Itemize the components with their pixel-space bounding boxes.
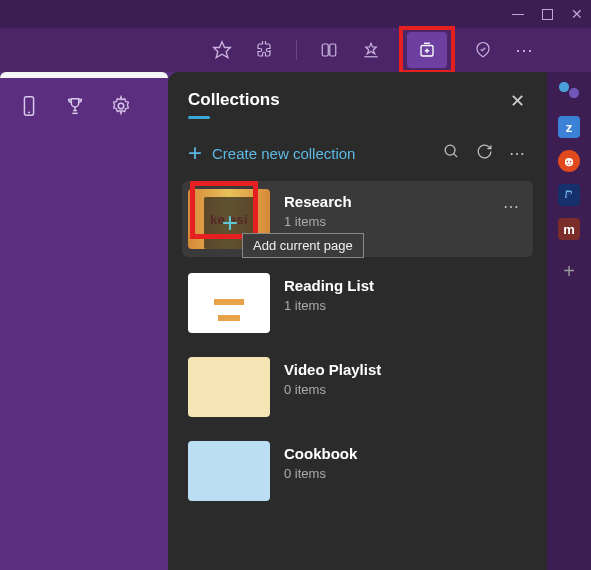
mobile-icon[interactable]: [18, 95, 40, 121]
split-screen-icon[interactable]: [315, 36, 343, 64]
create-collection-link[interactable]: + Create new collection: [188, 139, 355, 167]
more-options-icon[interactable]: ⋯: [509, 144, 527, 163]
panel-close-icon[interactable]: ✕: [510, 90, 525, 112]
collection-count: 1 items: [284, 298, 527, 313]
collection-item-cookbook[interactable]: Cookbook 0 items: [182, 433, 533, 509]
sidebar-app-m[interactable]: m: [558, 218, 580, 240]
collection-thumbnail: [188, 441, 270, 501]
collection-title: Reading List: [284, 277, 527, 294]
page-left-icons: [18, 95, 132, 121]
svg-point-14: [118, 103, 124, 109]
svg-rect-2: [330, 44, 336, 56]
collection-more-icon[interactable]: ⋯: [495, 193, 527, 220]
collection-item-research[interactable]: ke asi + Add current page Research 1 ite…: [182, 181, 533, 257]
settings-gear-icon[interactable]: [110, 95, 132, 121]
browser-essentials-icon[interactable]: [469, 36, 497, 64]
close-button[interactable]: ✕: [571, 6, 583, 22]
collection-count: 0 items: [284, 382, 527, 397]
collection-title: Video Playlist: [284, 361, 527, 378]
collections-panel: Collections ✕ + Create new collection ⋯ …: [168, 72, 547, 570]
sidebar-add-icon[interactable]: +: [563, 260, 575, 283]
extensions-icon[interactable]: [250, 36, 278, 64]
svg-point-17: [570, 161, 572, 163]
plus-icon: +: [188, 139, 202, 167]
copilot-icon[interactable]: [555, 76, 583, 104]
svg-point-16: [566, 161, 568, 163]
trophy-icon[interactable]: [64, 95, 86, 121]
favorites-list-icon[interactable]: [357, 36, 385, 64]
edge-sidebar: z m +: [547, 72, 591, 570]
svg-rect-1: [322, 44, 328, 56]
collection-item-reading-list[interactable]: Reading List 1 items: [182, 265, 533, 341]
more-icon[interactable]: ⋯: [511, 36, 539, 64]
svg-marker-3: [366, 43, 377, 54]
panel-title-underline: [188, 116, 210, 119]
tab-strip-edge: [0, 72, 168, 78]
panel-title: Collections: [188, 90, 280, 110]
search-icon[interactable]: [443, 143, 460, 164]
collection-thumbnail: [188, 357, 270, 417]
sidebar-app-zoom[interactable]: z: [558, 116, 580, 138]
collection-title: Research: [284, 193, 481, 210]
plus-icon: +: [222, 207, 239, 239]
create-collection-label: Create new collection: [212, 145, 355, 162]
collection-title: Cookbook: [284, 445, 527, 462]
svg-line-19: [454, 153, 458, 157]
collection-list: ke asi + Add current page Research 1 ite…: [168, 181, 547, 570]
sidebar-app-reddit[interactable]: [558, 150, 580, 172]
favorite-star-icon[interactable]: [208, 36, 236, 64]
sidebar-app-paypal[interactable]: [558, 184, 580, 206]
svg-point-18: [445, 145, 455, 155]
maximize-button[interactable]: [542, 9, 553, 20]
highlight-box-collections: [399, 26, 455, 74]
svg-marker-0: [214, 42, 231, 58]
collections-button[interactable]: [407, 32, 447, 68]
separator: [296, 40, 297, 60]
minimize-button[interactable]: [512, 14, 524, 15]
collection-count: 1 items: [284, 214, 481, 229]
refresh-icon[interactable]: [476, 143, 493, 164]
svg-point-15: [565, 158, 573, 166]
collection-thumbnail: [188, 273, 270, 333]
collection-count: 0 items: [284, 466, 527, 481]
browser-toolbar: ⋯: [0, 28, 591, 72]
collection-item-video-playlist[interactable]: Video Playlist 0 items: [182, 349, 533, 425]
tooltip: Add current page: [242, 233, 364, 258]
window-titlebar: ✕: [0, 0, 591, 28]
